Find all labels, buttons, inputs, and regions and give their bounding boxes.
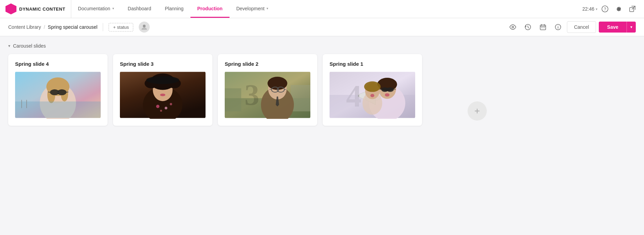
nav-item-label: Documentation [78,6,110,11]
chevron-down-icon: ▾ [596,7,597,11]
info-button[interactable] [552,21,564,33]
slide-image-3 [120,71,206,119]
app-logo-icon [5,3,16,14]
calendar-button[interactable] [537,21,549,33]
nav-item-dashboard[interactable]: Dashboard [121,0,158,18]
nav-item-label: Development [236,6,265,11]
breadcrumb-bar: Content Library / Spring special carouse… [0,18,644,36]
slide-image-svg-1: 4 [330,71,415,119]
slide-card-1[interactable]: Spring slide 1 4 [323,54,422,126]
svg-rect-23 [15,101,101,118]
nav-item-documentation[interactable]: Documentation ▾ [71,0,121,18]
slide-image-svg-2: 3 [225,71,310,119]
cancel-button[interactable]: Cancel [567,21,596,33]
external-link-icon [629,6,635,12]
svg-point-36 [160,110,162,112]
breadcrumb-actions: Cancel Save ▾ [507,21,636,33]
nav-item-label: Production [197,6,223,11]
svg-point-4 [512,26,513,28]
info-icon [555,24,561,30]
nav-item-development[interactable]: Development ▾ [230,0,275,18]
status-button[interactable]: + status [109,23,133,32]
chevron-down-icon: ▾ [8,44,10,48]
chevron-down-icon: ▾ [630,25,632,29]
slide-image-svg-3 [120,71,206,119]
user-icon [141,24,147,30]
breadcrumb-current: Spring special carousel [48,24,98,30]
slide-card-2[interactable]: Spring slide 2 [218,54,317,126]
svg-point-67 [370,94,374,97]
svg-text:3: 3 [245,78,259,111]
nav-item-label: Dashboard [128,6,151,11]
slide-title-1: Spring slide 1 [330,61,415,67]
slide-card-4[interactable]: Spring slide 4 [8,54,108,126]
svg-line-21 [66,92,69,92]
svg-point-11 [558,26,558,26]
svg-rect-9 [544,27,545,28]
slide-title-4: Spring slide 4 [15,61,101,67]
slide-image-4 [15,71,101,119]
external-link-button[interactable] [626,3,639,15]
slide-card-3[interactable]: Spring slide 3 [113,54,212,126]
avatar[interactable] [139,22,150,33]
history-icon [524,24,531,30]
chevron-down-icon: ▾ [267,7,268,10]
svg-point-37 [160,94,165,96]
save-button-group: Save ▾ [599,22,636,33]
svg-line-49 [284,89,286,90]
svg-point-58 [386,87,394,92]
svg-point-32 [146,76,179,84]
breadcrumb-parent[interactable]: Content Library [8,24,41,30]
svg-point-33 [156,105,160,108]
save-button[interactable]: Save [599,22,627,33]
nav-item-label: Planning [165,6,184,11]
section-header[interactable]: ▾ Carousel slides [8,43,636,49]
nav-item-production[interactable]: Production [190,0,230,18]
svg-point-34 [165,107,168,110]
eye-icon [509,24,516,30]
svg-line-60 [394,89,396,90]
help-button[interactable]: ? [599,3,611,15]
help-icon: ? [602,5,608,12]
slide-title-2: Spring slide 2 [225,61,310,67]
svg-line-59 [379,89,381,90]
svg-line-20 [48,92,50,92]
chevron-down-icon: ▾ [112,7,114,10]
svg-point-66 [364,82,381,92]
svg-point-63 [385,93,389,97]
svg-rect-8 [543,27,543,28]
nav-items: Documentation ▾ Dashboard Planning Produ… [71,0,577,18]
section-title: Carousel slides [13,43,46,49]
top-nav: DYNAMIC CONTENT Documentation ▾ Dashboar… [0,0,644,18]
history-button[interactable] [522,21,534,33]
eye-button[interactable] [507,21,519,33]
settings-icon [615,5,622,12]
nav-right: 22:46 ▾ ? [577,3,644,15]
time-value: 22:46 [582,6,594,12]
settings-button[interactable] [612,3,625,15]
nav-item-planning[interactable]: Planning [158,0,190,18]
slide-image-2: 3 [225,71,310,119]
svg-rect-7 [541,27,542,28]
cards-grid: Spring slide 4 [8,54,636,168]
calendar-icon [540,24,546,30]
slide-image-svg-4 [15,71,101,119]
slide-title-3: Spring slide 3 [120,61,206,67]
main-content: ▾ Carousel slides Spring slide 4 [0,36,644,175]
svg-point-3 [143,25,146,27]
svg-point-35 [170,103,172,106]
svg-rect-41 [225,88,241,111]
time-display[interactable]: 22:46 ▾ [582,6,597,12]
save-dropdown-button[interactable]: ▾ [627,22,636,33]
slide-image-1: 4 [330,71,415,119]
app-logo-text: DYNAMIC CONTENT [19,7,65,12]
breadcrumb-separator: / [44,24,45,30]
logo-area[interactable]: DYNAMIC CONTENT [0,0,71,18]
svg-line-48 [270,89,272,90]
add-slide-button[interactable]: + [468,101,487,121]
add-slide-card: + [428,54,527,168]
breadcrumb-divider [103,23,103,31]
svg-text:?: ? [604,7,606,12]
